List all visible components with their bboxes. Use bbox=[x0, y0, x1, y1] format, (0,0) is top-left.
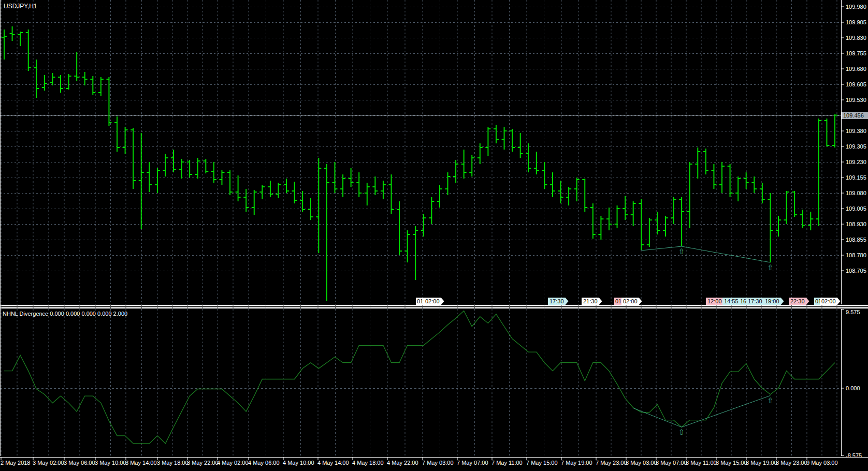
price-tick-label: 108.780 bbox=[846, 252, 866, 258]
date-tick-label: 3 May 06:00 bbox=[64, 460, 95, 466]
date-tick-label: 7 May 23:00 bbox=[596, 460, 627, 466]
date-tick-label: 2 May 2018 bbox=[1, 460, 30, 466]
date-tick-label: 8 May 19:00 bbox=[746, 460, 777, 466]
date-tick-label: 8 May 03:00 bbox=[626, 460, 657, 466]
time-flag-badge: 19:00 bbox=[763, 298, 784, 305]
date-tick-label: 7 May 03:00 bbox=[422, 460, 454, 466]
indicator-name-label: NHNL Divergence 0.000 0.000 0.000 0.000 … bbox=[3, 311, 127, 317]
price-tick-label: 109.305 bbox=[846, 143, 866, 150]
current-price-badge: 109.456 bbox=[842, 112, 868, 119]
trading-chart-window: ⇧⇧⇧⇧109.980109.905109.830109.755109.6801… bbox=[0, 0, 868, 471]
indicator-tick-label: 0.000 bbox=[846, 385, 860, 391]
price-tick-label: 109.905 bbox=[846, 19, 866, 25]
date-tick-label: 4 May 10:00 bbox=[283, 460, 314, 466]
date-tick-label: 8 May 15:00 bbox=[716, 460, 747, 466]
date-tick-label: 3 May 18:00 bbox=[157, 460, 189, 466]
date-tick-label: 3 May 14:00 bbox=[125, 460, 157, 466]
price-tick-label: 108.930 bbox=[846, 221, 866, 227]
date-tick-label: 4 May 22:00 bbox=[387, 460, 418, 466]
date-tick-label: 8 May 07:00 bbox=[656, 460, 687, 466]
price-tick-label: 109.755 bbox=[846, 50, 866, 56]
price-tick-label: 108.705 bbox=[846, 268, 866, 274]
up-arrow-icon: ⇧ bbox=[767, 263, 774, 272]
time-flag-badge: 02:00 bbox=[424, 298, 444, 305]
date-tick-label: 8 May 11:00 bbox=[686, 460, 717, 466]
price-tick-label: 108.855 bbox=[846, 237, 866, 243]
price-tick-label: 109.530 bbox=[846, 97, 866, 103]
date-tick-label: 4 May 06:00 bbox=[248, 460, 280, 466]
date-tick-label: 4 May 14:00 bbox=[317, 460, 349, 466]
date-tick-label: 3 May 02:00 bbox=[33, 460, 64, 466]
date-tick-label: 4 May 02:00 bbox=[217, 460, 249, 466]
up-arrow-icon: ⇧ bbox=[767, 396, 774, 405]
time-flag-badge: 02:00 bbox=[621, 298, 642, 305]
price-tick-label: 109.230 bbox=[846, 159, 866, 165]
price-tick-label: 109.155 bbox=[846, 174, 866, 181]
date-tick-label: 3 May 10:00 bbox=[95, 460, 126, 466]
chart-canvas[interactable]: ⇧⇧⇧⇧109.980109.905109.830109.755109.6801… bbox=[0, 0, 868, 471]
up-arrow-icon: ⇧ bbox=[678, 428, 685, 436]
time-flag-badge: 02:00 bbox=[820, 298, 841, 305]
price-tick-label: 109.830 bbox=[846, 35, 866, 41]
date-tick-label: 9 May 03:00 bbox=[806, 460, 838, 466]
date-tick-label: 7 May 15:00 bbox=[526, 460, 558, 466]
date-tick-label: 7 May 19:00 bbox=[561, 460, 592, 466]
price-tick-label: 109.680 bbox=[846, 66, 866, 72]
time-flag-badge: 22:30 bbox=[789, 298, 809, 305]
time-flag-badge: 21:30 bbox=[582, 298, 602, 305]
date-tick-label: 3 May 22:00 bbox=[187, 460, 219, 466]
price-tick-label: 109.080 bbox=[846, 190, 866, 196]
indicator-tick-label: -8.575 bbox=[846, 452, 862, 459]
price-tick-label: 109.980 bbox=[846, 4, 866, 10]
price-tick-label: 109.605 bbox=[846, 81, 866, 87]
window-separator bbox=[0, 304, 868, 309]
symbol-timeframe-label: USDJPY,H1 bbox=[4, 3, 37, 10]
time-flag-badge: 17:30 bbox=[548, 298, 569, 305]
price-tick-label: 109.005 bbox=[846, 205, 866, 212]
indicator-tick-label: 9.575 bbox=[846, 309, 860, 315]
date-tick-label: 8 May 23:00 bbox=[776, 460, 807, 466]
date-tick-label: 4 May 18:00 bbox=[352, 460, 384, 466]
date-tick-label: 7 May 11:00 bbox=[491, 460, 523, 466]
date-tick-label: 7 May 07:00 bbox=[457, 460, 488, 466]
price-tick-label: 109.380 bbox=[846, 128, 866, 134]
up-arrow-icon: ⇧ bbox=[678, 247, 685, 256]
